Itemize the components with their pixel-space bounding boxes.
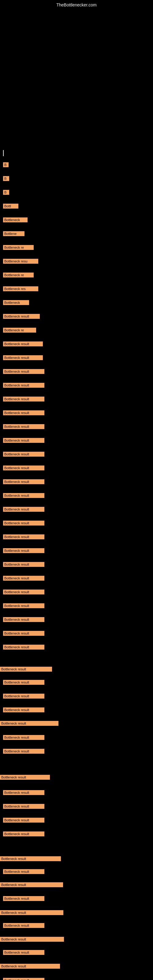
- bottleneck-result-item[interactable]: Bottleneck result: [3, 603, 45, 608]
- bottleneck-result-item[interactable]: Bottleneck result: [3, 818, 45, 822]
- bottleneck-result-item[interactable]: Bottleneck result: [0, 910, 63, 915]
- bottleneck-result-item[interactable]: Bottleneck re: [3, 245, 33, 250]
- bottleneck-result-item[interactable]: Bottleneck result: [0, 882, 63, 887]
- bottleneck-result-item[interactable]: Bottleneck result: [3, 923, 45, 928]
- bottleneck-result-item[interactable]: Bottleneck re: [3, 272, 33, 277]
- bottleneck-result-item[interactable]: B: [3, 176, 9, 181]
- bottleneck-result-item[interactable]: Bottleneck result: [3, 950, 45, 955]
- bottleneck-result-item[interactable]: Bottleneck result: [3, 749, 45, 754]
- site-title: TheBottlenecker.com: [56, 2, 97, 7]
- bottleneck-result-item[interactable]: Bottleneck result: [3, 314, 40, 319]
- bottleneck-result-item[interactable]: Bottleneck result: [3, 680, 45, 685]
- bottleneck-result-item[interactable]: Bottleneck result: [3, 869, 45, 874]
- bottleneck-result-item[interactable]: Bottleneck result: [3, 548, 45, 553]
- bottleneck-result-item[interactable]: Bottleneck result: [3, 396, 45, 401]
- bottleneck-result-item[interactable]: Bottleneck result: [0, 964, 60, 969]
- bottleneck-result-item[interactable]: Bottleneck result: [3, 590, 45, 595]
- bottleneck-result-item[interactable]: Bottleneck result: [0, 667, 52, 671]
- bottleneck-result-item[interactable]: Bottleneck result: [3, 369, 45, 374]
- bottleneck-result-item[interactable]: Bottleneck result: [3, 708, 45, 712]
- bottleneck-result-item[interactable]: Bottleneck result: [3, 479, 45, 484]
- bottleneck-result-item[interactable]: Bottleneck result: [3, 617, 45, 622]
- bottleneck-result-item[interactable]: Bottlene: [3, 231, 24, 236]
- bottleneck-result-item[interactable]: Bottl: [3, 204, 18, 208]
- bottleneck-result-item[interactable]: Bottleneck result: [3, 493, 45, 498]
- bottleneck-result-item[interactable]: Bottleneck: [3, 218, 27, 222]
- bottleneck-result-item[interactable]: Bottleneck result: [3, 896, 45, 901]
- cursor: [3, 150, 4, 156]
- bottleneck-result-item[interactable]: Bottleneck result: [3, 978, 45, 980]
- bottleneck-result-item[interactable]: Bottleneck result: [3, 383, 45, 388]
- bottleneck-result-item[interactable]: Bottleneck result: [0, 775, 50, 780]
- bottleneck-result-item[interactable]: B: [3, 190, 9, 195]
- bottleneck-result-item[interactable]: Bottleneck resu: [3, 259, 38, 264]
- bottleneck-result-item[interactable]: Bottleneck result: [3, 520, 45, 525]
- bottleneck-result-item[interactable]: Bottleneck result: [3, 507, 45, 512]
- bottleneck-result-item[interactable]: Bottleneck: [3, 300, 29, 305]
- bottleneck-result-item[interactable]: Bottleneck result: [3, 342, 43, 346]
- bottleneck-result-item[interactable]: Bottleneck result: [3, 535, 45, 539]
- bottleneck-result-item[interactable]: Bottleneck re: [3, 328, 36, 332]
- bottleneck-result-item[interactable]: Bottleneck result: [0, 856, 61, 861]
- bottleneck-result-item[interactable]: Bottleneck result: [3, 576, 45, 581]
- bottleneck-result-item[interactable]: Bottleneck result: [3, 424, 45, 429]
- bottleneck-result-item[interactable]: Bottleneck result: [0, 721, 59, 726]
- bottleneck-result-item[interactable]: Bottleneck result: [3, 631, 45, 636]
- bottleneck-result-item[interactable]: Bottleneck result: [3, 832, 45, 836]
- bottleneck-result-item[interactable]: Bottleneck result: [3, 694, 45, 698]
- bottleneck-result-item[interactable]: Bottleneck result: [3, 562, 45, 567]
- bottleneck-result-item[interactable]: Bottleneck result: [3, 410, 45, 415]
- bottleneck-result-item[interactable]: B: [3, 162, 9, 167]
- bottleneck-result-item[interactable]: Bottleneck result: [3, 790, 45, 795]
- bottleneck-result-item[interactable]: Bottleneck result: [3, 804, 45, 809]
- bottleneck-result-item[interactable]: Bottleneck result: [0, 937, 64, 942]
- bottleneck-result-item[interactable]: Bottleneck result: [3, 355, 43, 360]
- bottleneck-result-item[interactable]: Bottleneck result: [3, 438, 45, 443]
- bottleneck-result-item[interactable]: Bottleneck result: [3, 735, 45, 740]
- bottleneck-result-item[interactable]: Bottleneck result: [3, 645, 45, 649]
- bottleneck-result-item[interactable]: Bottleneck result: [3, 452, 45, 457]
- bottleneck-result-item[interactable]: Bottleneck result: [3, 466, 45, 470]
- bottleneck-result-item[interactable]: Bottleneck res: [3, 286, 38, 291]
